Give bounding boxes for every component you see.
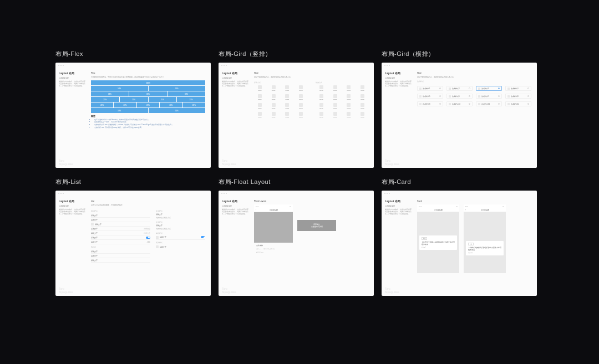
grid-item[interactable]: Name: [357, 103, 368, 109]
grid-item[interactable]: Name: [329, 103, 341, 109]
list-item-spec: 标题文字 支持自定义模块方式: [156, 213, 205, 219]
grid-chip[interactable]: 选项样式2: [446, 86, 473, 91]
grid-item[interactable]: Name: [357, 85, 368, 91]
grid-item[interactable]: Name: [329, 94, 341, 100]
grid-item[interactable]: Name: [268, 103, 280, 109]
grid-item[interactable]: Name: [282, 85, 293, 91]
card-component[interactable]: 标题 卡片样式支持插入标题副标题及内容文本即可组件使用 附加信息: [419, 235, 457, 250]
card-float-layout[interactable]: 布局-Float Layout Layout 布局 示例描述文案 横排类示列表格…: [219, 178, 374, 296]
grid-item[interactable]: Name: [343, 112, 355, 118]
grid-item[interactable]: Name: [357, 94, 368, 100]
grid-chip[interactable]: 选项样式11: [476, 101, 502, 106]
grid-item[interactable]: Name: [254, 94, 266, 100]
radio-icon: [498, 95, 500, 97]
grid-chip[interactable]: 选项样式8: [505, 94, 531, 99]
phone-mock-b: 9:41••• ‹小程序标题 标题 卡片样式支持插入标题副标题及内容文本即可组件…: [464, 204, 506, 273]
grid-item[interactable]: Name: [268, 85, 280, 91]
back-icon[interactable]: ‹: [465, 209, 466, 211]
grid-item[interactable]: Name: [254, 112, 266, 118]
grid-item-icon: [319, 94, 323, 98]
card-list[interactable]: 布局-List Layout 布局 示例描述文案 横排类示列表格式，结合使用可以…: [55, 178, 211, 296]
grid-item[interactable]: Name: [329, 112, 341, 118]
list-item-switch[interactable]: 标题文字: [91, 235, 150, 240]
grid-item[interactable]: Name: [343, 85, 355, 91]
grid-chip[interactable]: 选项样式6: [446, 94, 473, 99]
grid-chip[interactable]: 选项样式3: [476, 86, 502, 91]
nav-bar: ‹小程序标题: [464, 208, 506, 212]
flex-cell: 33%: [91, 91, 129, 96]
grid-item[interactable]: Name: [343, 94, 355, 100]
grid-chip[interactable]: 选项样式7: [476, 94, 502, 99]
grid-chip[interactable]: 选项样式1: [417, 86, 443, 91]
grid-item[interactable]: Name: [316, 103, 327, 109]
grid-chip[interactable]: 选项样式12: [505, 101, 531, 106]
grid-item[interactable]: Name: [254, 103, 266, 109]
switch-on-icon[interactable]: [146, 237, 150, 239]
grid-item[interactable]: Name: [357, 112, 368, 118]
card-meta: 附加信息: [468, 252, 501, 254]
list-item[interactable]: 标题文字: [91, 218, 150, 222]
float-sheet[interactable]: 底部弹层 点击空白可关闭: [297, 220, 336, 231]
card-component[interactable]: 标题 卡片样式支持插入标题副标题及内容文本即可组件使用 附加信息: [466, 241, 504, 255]
card-grid-vertical[interactable]: 布局-Gird（竖排） Layout 布局 示例描述文案 横排类示列表格式，结合…: [219, 50, 374, 168]
radio-icon: [498, 103, 500, 105]
grid-item[interactable]: Name: [268, 112, 280, 118]
list-item[interactable]: 标题文字: [156, 245, 205, 249]
grid-item[interactable]: Name: [343, 103, 355, 109]
switch-off-icon[interactable]: [146, 241, 150, 243]
grid-item[interactable]: Name: [316, 112, 327, 118]
radio-icon: [469, 88, 470, 89]
grid-item[interactable]: Name: [268, 94, 280, 100]
list-item-switch[interactable]: 标题文字: [156, 235, 205, 240]
grid-item-icon: [347, 94, 351, 98]
chip-label: 选项样式11: [481, 103, 490, 105]
shot-grid-h: Layout 布局 示例描述文案 横排类示列表格式，结合使用可以获得更好的布局效…: [382, 63, 537, 168]
list-item[interactable]: 标题文字: [91, 249, 150, 254]
card-card[interactable]: 布局-Card Layout 布局 示例描述文案 横排类示列表格式，结合使用可以…: [382, 178, 537, 296]
grid-item[interactable]: Name: [329, 85, 341, 91]
chip-icon: [449, 95, 451, 98]
grid-item[interactable]: Name: [316, 94, 327, 100]
switch-on-icon[interactable]: [201, 236, 205, 238]
thumb-icon: [156, 245, 159, 248]
list-item[interactable]: 标题文字详细信息: [91, 231, 150, 235]
grid-item-icon: [285, 103, 289, 107]
grid-chip[interactable]: 选项样式4: [505, 86, 531, 91]
grid-chip[interactable]: 选项样式5: [417, 94, 443, 99]
grid-item[interactable]: Name: [282, 103, 293, 109]
list-item[interactable]: 标题文字: [91, 222, 150, 227]
list-item[interactable]: 标题文字详细信息: [91, 227, 150, 231]
grid-item-icon: [361, 103, 364, 107]
grid-item[interactable]: Name: [316, 85, 327, 91]
sidebar: Layout 布局 示例描述文案 横排类示列表格式，结合使用可以获得更好的布局效…: [219, 196, 252, 296]
grid-item[interactable]: Name: [295, 103, 307, 109]
back-icon[interactable]: ‹: [419, 209, 419, 211]
float-sheet[interactable]: [254, 212, 293, 243]
thumb-icon: [91, 223, 94, 225]
grid-item[interactable]: Name: [254, 85, 266, 91]
card-flex[interactable]: 布局-Flex Layout 布局 示例描述文案 横排类示列表格式，结合使用可以…: [55, 50, 211, 168]
grid-item-label: Name: [347, 99, 351, 100]
flex-cell: 20%: [137, 102, 159, 107]
flex-cell: 33%: [129, 91, 167, 96]
chip-icon: [419, 88, 422, 90]
grid-item[interactable]: Name: [295, 85, 307, 91]
main-card: Card 9:41••• ‹小程序标题 标题 卡片样式支持插入标题副标题及内容文…: [415, 196, 537, 296]
grid-item[interactable]: Name: [295, 94, 307, 100]
list-item-switch[interactable]: 标题文字: [91, 240, 150, 244]
grid-item[interactable]: Name: [282, 94, 293, 100]
list-item[interactable]: 标题文字: [91, 213, 150, 218]
section-title: Flex: [91, 71, 205, 74]
grid-chip[interactable]: 选项样式10: [446, 101, 473, 106]
list-item[interactable]: 标题文字: [91, 258, 150, 263]
grid-item[interactable]: Name: [295, 112, 307, 118]
back-icon[interactable]: ‹: [256, 209, 256, 211]
grid-item-label: Name: [286, 99, 290, 100]
card-grid-horizontal[interactable]: 布局-Gird（横排） Layout 布局 示例描述文案 横排类示列表格式，结合…: [382, 50, 537, 168]
grid-item[interactable]: Name: [282, 112, 293, 118]
page-title: Layout 布局: [222, 199, 248, 203]
grid-item-icon: [319, 85, 323, 89]
grid-chip[interactable]: 选项样式9: [417, 101, 443, 106]
list-item[interactable]: 标题文字: [91, 254, 150, 258]
flex-cell: 25%: [177, 97, 205, 102]
